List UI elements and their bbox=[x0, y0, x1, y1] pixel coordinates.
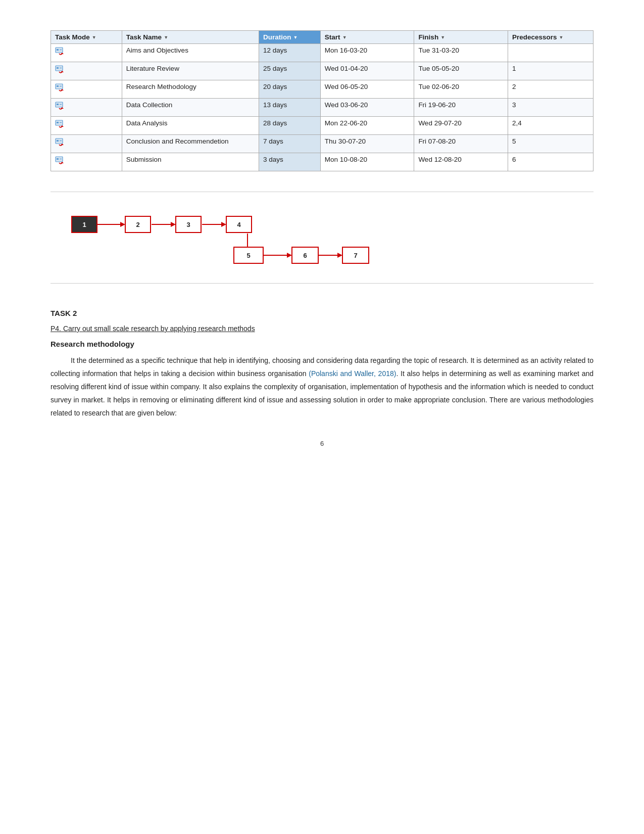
task-mode-icon bbox=[55, 156, 66, 167]
task-name-cell: Conclusion and Recommendetion bbox=[122, 135, 259, 153]
finish-cell: Fri 19-06-20 bbox=[414, 99, 508, 117]
th-predecessors[interactable]: Predecessors ▼ bbox=[508, 31, 593, 44]
predecessors-cell: 5 bbox=[508, 135, 593, 153]
task-mode-cell bbox=[51, 153, 122, 171]
svg-marker-29 bbox=[120, 222, 125, 227]
task-name-cell: Submission bbox=[122, 153, 259, 171]
predecessors-cell: 2,4 bbox=[508, 117, 593, 135]
svg-rect-21 bbox=[57, 140, 59, 142]
sort-arrow-finish: ▼ bbox=[440, 35, 445, 40]
th-finish[interactable]: Finish ▼ bbox=[414, 31, 508, 44]
task-name-cell: Data Analysis bbox=[122, 117, 259, 135]
start-cell: Mon 10-08-20 bbox=[320, 153, 414, 171]
network-svg: 1 2 3 4 5 6 7 bbox=[61, 207, 389, 273]
table-row: Literature Review25 daysWed 01-04-20Tue … bbox=[51, 62, 593, 80]
task-mode-icon bbox=[55, 119, 66, 130]
svg-marker-38 bbox=[337, 253, 342, 258]
svg-rect-9 bbox=[57, 85, 59, 87]
predecessors-cell: 1 bbox=[508, 62, 593, 80]
page: Task Mode ▼ Task Name ▼ Duration ▼ bbox=[0, 0, 644, 834]
duration-cell: 12 days bbox=[259, 44, 320, 62]
sort-arrow-start: ▼ bbox=[342, 35, 347, 40]
network-section: 1 2 3 4 5 6 7 bbox=[51, 192, 593, 284]
table-body: Aims and Objectives12 daysMon 16-03-20Tu… bbox=[51, 44, 593, 171]
th-start[interactable]: Start ▼ bbox=[320, 31, 414, 44]
svg-text:1: 1 bbox=[82, 221, 86, 228]
table-row: Conclusion and Recommendetion7 daysThu 3… bbox=[51, 135, 593, 153]
task-name-cell: Literature Review bbox=[122, 62, 259, 80]
task-mode-cell bbox=[51, 117, 122, 135]
table-row: Research Methodology20 daysWed 06-05-20T… bbox=[51, 80, 593, 99]
th-task-mode[interactable]: Task Mode ▼ bbox=[51, 31, 122, 44]
table-row: Aims and Objectives12 daysMon 16-03-20Tu… bbox=[51, 44, 593, 62]
duration-cell: 20 days bbox=[259, 80, 320, 99]
citation: (Polanski and Waller, 2018) bbox=[309, 369, 396, 378]
task-mode-cell bbox=[51, 135, 122, 153]
task-name-cell: Aims and Objectives bbox=[122, 44, 259, 62]
task-mode-icon bbox=[55, 83, 66, 94]
svg-marker-31 bbox=[171, 222, 176, 227]
task-mode-cell bbox=[51, 44, 122, 62]
svg-rect-25 bbox=[57, 158, 59, 160]
table-row: Submission3 daysMon 10-08-20Wed 12-08-20… bbox=[51, 153, 593, 171]
start-cell: Mon 22-06-20 bbox=[320, 117, 414, 135]
svg-text:4: 4 bbox=[237, 221, 241, 228]
sort-arrow-task-name: ▼ bbox=[164, 35, 168, 40]
finish-cell: Fri 07-08-20 bbox=[414, 135, 508, 153]
finish-cell: Tue 05-05-20 bbox=[414, 62, 508, 80]
duration-cell: 28 days bbox=[259, 117, 320, 135]
body-content: It the determined as a specific techniqu… bbox=[51, 356, 593, 417]
start-cell: Wed 06-05-20 bbox=[320, 80, 414, 99]
sort-arrow-task-mode: ▼ bbox=[92, 35, 96, 40]
table-row: Data Analysis28 daysMon 22-06-20Wed 29-0… bbox=[51, 117, 593, 135]
duration-cell: 25 days bbox=[259, 62, 320, 80]
sort-arrow-predecessors: ▼ bbox=[559, 35, 563, 40]
task-mode-cell bbox=[51, 62, 122, 80]
th-duration[interactable]: Duration ▼ bbox=[259, 31, 320, 44]
task-mode-cell bbox=[51, 80, 122, 99]
duration-cell: 3 days bbox=[259, 153, 320, 171]
duration-cell: 13 days bbox=[259, 99, 320, 117]
task-mode-icon bbox=[55, 101, 66, 112]
page-number: 6 bbox=[51, 440, 593, 447]
finish-cell: Wed 12-08-20 bbox=[414, 153, 508, 171]
table-row: Data Collection13 daysWed 03-06-20Fri 19… bbox=[51, 99, 593, 117]
task-mode-icon bbox=[55, 65, 66, 76]
svg-text:5: 5 bbox=[246, 252, 250, 259]
svg-rect-13 bbox=[57, 104, 59, 105]
svg-rect-17 bbox=[57, 122, 59, 123]
task-mode-icon bbox=[55, 137, 66, 149]
start-cell: Wed 01-04-20 bbox=[320, 62, 414, 80]
body-text: It the determined as a specific techniqu… bbox=[51, 354, 593, 420]
task2-section: TASK 2 P4. Carry out small scale researc… bbox=[51, 309, 593, 420]
svg-marker-36 bbox=[287, 253, 292, 258]
predecessors-cell: 2 bbox=[508, 80, 593, 99]
svg-text:7: 7 bbox=[354, 252, 357, 259]
task-name-cell: Data Collection bbox=[122, 99, 259, 117]
research-methodology-title: Research methodology bbox=[51, 340, 593, 348]
svg-text:3: 3 bbox=[186, 221, 190, 228]
finish-cell: Tue 02-06-20 bbox=[414, 80, 508, 99]
table-section: Task Mode ▼ Task Name ▼ Duration ▼ bbox=[51, 30, 593, 171]
duration-cell: 7 days bbox=[259, 135, 320, 153]
finish-cell: Tue 31-03-20 bbox=[414, 44, 508, 62]
start-cell: Thu 30-07-20 bbox=[320, 135, 414, 153]
task-name-cell: Research Methodology bbox=[122, 80, 259, 99]
task2-title: TASK 2 bbox=[51, 309, 593, 317]
sort-arrow-duration: ▼ bbox=[293, 35, 298, 40]
svg-marker-33 bbox=[221, 222, 226, 227]
svg-text:6: 6 bbox=[303, 252, 307, 259]
p4-link[interactable]: P4. Carry out small scale research by ap… bbox=[51, 325, 593, 333]
task-table: Task Mode ▼ Task Name ▼ Duration ▼ bbox=[51, 30, 593, 171]
th-task-name[interactable]: Task Name ▼ bbox=[122, 31, 259, 44]
task-mode-cell bbox=[51, 99, 122, 117]
svg-rect-1 bbox=[57, 49, 59, 51]
network-diagram: 1 2 3 4 5 6 7 bbox=[61, 207, 389, 273]
predecessors-cell: 6 bbox=[508, 153, 593, 171]
predecessors-cell: 3 bbox=[508, 99, 593, 117]
svg-text:2: 2 bbox=[136, 221, 139, 228]
svg-rect-5 bbox=[57, 67, 59, 69]
start-cell: Mon 16-03-20 bbox=[320, 44, 414, 62]
start-cell: Wed 03-06-20 bbox=[320, 99, 414, 117]
task-mode-icon bbox=[55, 47, 66, 58]
